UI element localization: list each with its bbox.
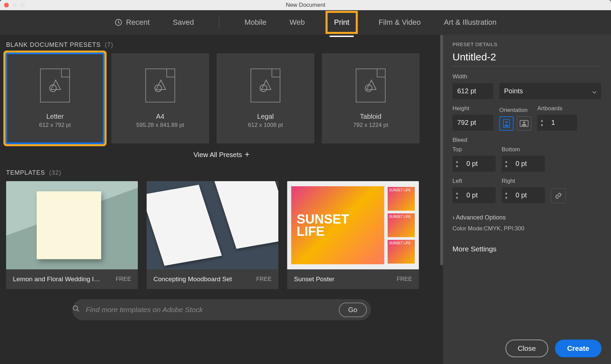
left-panel: BLANK DOCUMENT PRESETS (7) Letter 612 x …: [0, 35, 443, 364]
template-card[interactable]: Concepting Moodboard Set FREE: [147, 181, 278, 289]
bleed-label: Bleed: [452, 137, 601, 143]
presets-header: BLANK DOCUMENT PRESETS (7): [6, 41, 437, 49]
page-icon: [356, 69, 386, 102]
shapes-icon: [363, 78, 378, 93]
dialog-buttons: Close Create: [452, 329, 601, 357]
svg-point-9: [523, 121, 525, 123]
left-label: Left: [452, 178, 496, 185]
details-header: PRESET DETAILS: [452, 41, 601, 47]
chevron-down-icon: ⌵: [592, 87, 596, 95]
link-bleed-icon[interactable]: [551, 188, 566, 203]
height-label: Height: [452, 105, 493, 112]
template-footer: Lemon and Floral Wedding Invita... FREE: [6, 269, 138, 289]
template-thumbnail: SUNSET LIFE SUNSET LIFE SUNSET LIFE SUNS…: [287, 181, 419, 269]
bleed-bottom[interactable]: ▲▼ 0 pt: [502, 156, 545, 172]
template-footer: Concepting Moodboard Set FREE: [147, 269, 278, 289]
preset-tabloid[interactable]: Tabloid 792 x 1224 pt: [322, 53, 420, 143]
template-price: FREE: [116, 276, 131, 283]
bleed-top[interactable]: ▲▼ 0 pt: [452, 156, 496, 172]
tab-web[interactable]: Web: [288, 16, 306, 29]
window-title: New Document: [0, 2, 611, 8]
bleed-left[interactable]: ▲▼ 0 pt: [452, 187, 496, 203]
preset-letter[interactable]: Letter 612 x 792 pt: [6, 53, 104, 143]
svg-point-7: [505, 121, 507, 123]
orientation-landscape[interactable]: [517, 116, 531, 131]
search-placeholder: Find more templates on Adobe Stock: [86, 306, 333, 314]
templates-grid: Lemon and Floral Wedding Invita... FREE …: [6, 181, 437, 289]
more-settings[interactable]: More Settings: [452, 245, 601, 253]
template-name: Concepting Moodboard Set: [153, 275, 232, 283]
document-name[interactable]: Untitled-2: [452, 51, 601, 66]
preset-legal[interactable]: Legal 612 x 1008 pt: [217, 53, 314, 143]
template-price: FREE: [397, 276, 412, 283]
presets-count: (7): [105, 41, 113, 48]
tab-mobile[interactable]: Mobile: [243, 16, 268, 29]
template-thumbnail: [147, 181, 278, 269]
go-button[interactable]: Go: [339, 303, 367, 317]
orientation-label: Orientation: [499, 107, 531, 114]
artboards-label: Artboards: [537, 105, 577, 112]
chevron-right-icon: ›: [452, 214, 455, 221]
poster-graphic: SUNSET LIFE: [291, 186, 384, 264]
search-icon: [72, 305, 80, 314]
preset-size: 612 x 792 pt: [39, 122, 71, 129]
shapes-icon: [258, 78, 273, 93]
tab-recent-label: Recent: [126, 18, 150, 27]
tab-film-video[interactable]: Film & Video: [377, 16, 422, 29]
template-name: Sunset Poster: [294, 275, 334, 283]
preset-details-panel: PRESET DETAILS Untitled-2 Width 612 pt P…: [443, 35, 611, 364]
bleed-right[interactable]: ▲▼ 0 pt: [502, 187, 545, 203]
poster-side: SUNSET LIFE SUNSET LIFE SUNSET LIFE: [388, 187, 415, 264]
template-thumbnail: [6, 181, 138, 269]
template-card[interactable]: Lemon and Floral Wedding Invita... FREE: [6, 181, 138, 289]
orientation-portrait[interactable]: [499, 116, 514, 131]
tab-art-illustration[interactable]: Art & Illustration: [443, 16, 498, 29]
create-button[interactable]: Create: [555, 340, 601, 357]
tab-divider: [219, 16, 219, 29]
templates-count: (32): [49, 169, 61, 176]
right-label: Right: [502, 178, 545, 185]
tab-print[interactable]: Print: [327, 12, 357, 33]
artboards-value[interactable]: 1: [547, 115, 577, 131]
preset-name: A4: [156, 113, 164, 120]
templates-header: TEMPLATES (32): [6, 169, 437, 176]
top-label: Top: [452, 146, 496, 153]
scrollbar[interactable]: [440, 35, 443, 265]
titlebar: New Document: [0, 0, 611, 10]
preset-size: 612 x 1008 pt: [248, 122, 283, 129]
preset-name: Legal: [257, 113, 274, 120]
preset-name: Tabloid: [360, 113, 381, 120]
stock-search[interactable]: Find more templates on Adobe Stock Go: [72, 299, 371, 320]
page-icon: [40, 69, 70, 102]
width-label: Width: [452, 73, 601, 80]
main-area: BLANK DOCUMENT PRESETS (7) Letter 612 x …: [0, 35, 611, 364]
template-price: FREE: [256, 276, 272, 283]
units-select[interactable]: Points ⌵: [499, 83, 601, 99]
plus-icon: +: [245, 150, 249, 159]
preset-a4[interactable]: A4 595.28 x 841.89 pt: [111, 53, 209, 143]
page-icon: [145, 69, 175, 102]
template-name: Lemon and Floral Wedding Invita...: [13, 275, 101, 283]
view-all-presets[interactable]: View All Presets+: [6, 150, 437, 159]
category-tabs: Recent Saved Mobile Web Print Film & Vid…: [0, 10, 611, 35]
page-icon: [251, 69, 280, 102]
step-down-icon[interactable]: ▼: [540, 123, 544, 127]
tab-recent[interactable]: Recent: [113, 16, 151, 29]
shapes-icon: [48, 78, 62, 93]
artboards-stepper[interactable]: ▲▼ 1: [537, 115, 577, 131]
preset-size: 792 x 1224 pt: [353, 122, 388, 129]
width-input[interactable]: 612 pt: [452, 83, 493, 99]
step-up-icon[interactable]: ▲: [540, 118, 544, 122]
preset-name: Letter: [46, 113, 63, 120]
preset-size: 595.28 x 841.89 pt: [136, 122, 184, 129]
clock-icon: [114, 18, 123, 26]
color-mode-summary: Color Mode:CMYK, PPI:300: [452, 225, 601, 232]
close-button[interactable]: Close: [505, 340, 548, 357]
height-input[interactable]: 792 pt: [452, 115, 493, 131]
tab-saved[interactable]: Saved: [171, 16, 195, 29]
presets-grid: Letter 612 x 792 pt A4 595.28 x 841.89 p…: [6, 53, 437, 143]
template-card[interactable]: SUNSET LIFE SUNSET LIFE SUNSET LIFE SUNS…: [287, 181, 419, 289]
svg-point-5: [73, 306, 77, 310]
advanced-options[interactable]: › Advanced Options: [452, 214, 601, 221]
bottom-label: Bottom: [502, 146, 545, 153]
